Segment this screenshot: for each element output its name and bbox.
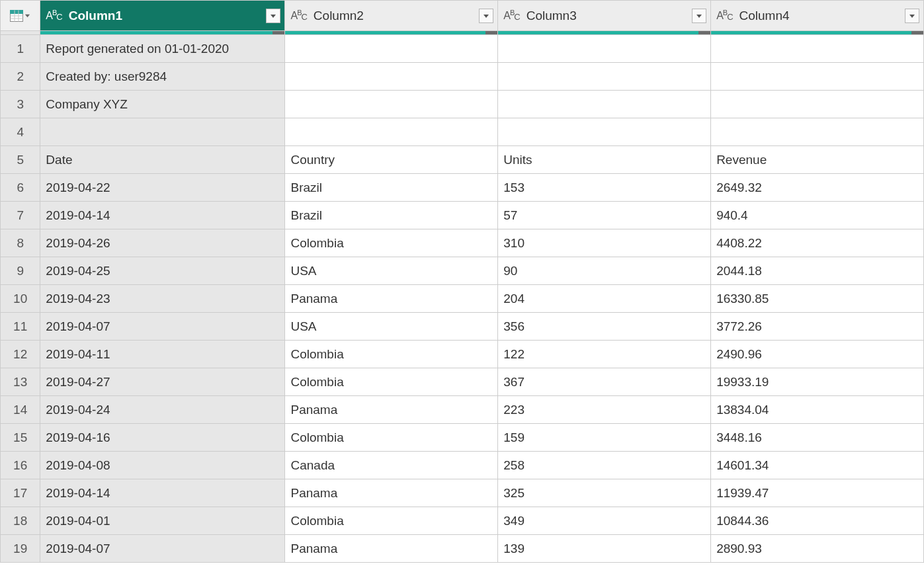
row-number[interactable]: 5 (1, 146, 40, 174)
table-row[interactable]: 122019-04-11Colombia1222490.96 (1, 341, 924, 368)
table-row[interactable]: 152019-04-16Colombia1593448.16 (1, 424, 924, 452)
table-row[interactable]: 192019-04-07Panama1392890.93 (1, 535, 924, 563)
table-row[interactable]: 132019-04-27Colombia36719933.19 (1, 368, 924, 396)
column-filter-button[interactable] (905, 9, 919, 23)
cell[interactable]: 223 (498, 396, 711, 424)
cell[interactable] (285, 118, 498, 146)
table-row[interactable]: 92019-04-25USA902044.18 (1, 257, 924, 285)
cell[interactable]: 3772.26 (711, 313, 924, 341)
cell[interactable]: USA (285, 257, 498, 285)
cell[interactable]: 258 (498, 452, 711, 479)
cell[interactable]: Panama (285, 285, 498, 313)
cell[interactable]: 2019-04-22 (40, 174, 285, 202)
cell[interactable]: Canada (285, 452, 498, 479)
row-number[interactable]: 11 (1, 313, 40, 341)
table-row[interactable]: 82019-04-26Colombia3104408.22 (1, 229, 924, 257)
cell[interactable]: 204 (498, 285, 711, 313)
cell[interactable]: 90 (498, 257, 711, 285)
cell[interactable] (498, 91, 711, 118)
cell[interactable]: 2649.32 (711, 174, 924, 202)
row-number[interactable]: 4 (1, 118, 40, 146)
row-number[interactable]: 15 (1, 424, 40, 452)
cell[interactable]: Colombia (285, 368, 498, 396)
cell[interactable]: Panama (285, 535, 498, 563)
row-number[interactable]: 7 (1, 202, 40, 229)
column-header-2[interactable]: ABC Column2 (285, 1, 498, 31)
cell[interactable]: 2019-04-14 (40, 202, 285, 229)
cell[interactable]: 325 (498, 479, 711, 507)
cell[interactable] (285, 63, 498, 91)
cell[interactable]: 2019-04-01 (40, 507, 285, 535)
table-row[interactable]: 72019-04-14Brazil57940.4 (1, 202, 924, 229)
cell[interactable]: 2490.96 (711, 341, 924, 368)
cell[interactable] (711, 35, 924, 63)
cell[interactable]: 367 (498, 368, 711, 396)
cell[interactable] (40, 118, 285, 146)
row-number[interactable]: 10 (1, 285, 40, 313)
row-number[interactable]: 9 (1, 257, 40, 285)
cell[interactable]: 19933.19 (711, 368, 924, 396)
table-row[interactable]: 62019-04-22Brazil1532649.32 (1, 174, 924, 202)
table-row[interactable]: 1Report generated on 01-01-2020 (1, 35, 924, 63)
cell[interactable]: 2019-04-24 (40, 396, 285, 424)
row-number[interactable]: 16 (1, 452, 40, 479)
cell[interactable]: 310 (498, 229, 711, 257)
row-number[interactable]: 13 (1, 368, 40, 396)
table-row[interactable]: 162019-04-08Canada25814601.34 (1, 452, 924, 479)
column-header-1[interactable]: ABC Column1 (40, 1, 285, 31)
table-row[interactable]: 102019-04-23Panama20416330.85 (1, 285, 924, 313)
cell[interactable]: Country (285, 146, 498, 174)
cell[interactable]: 153 (498, 174, 711, 202)
row-number[interactable]: 1 (1, 35, 40, 63)
cell[interactable] (498, 63, 711, 91)
cell[interactable]: Colombia (285, 341, 498, 368)
cell[interactable]: 14601.34 (711, 452, 924, 479)
cell[interactable] (711, 118, 924, 146)
cell[interactable] (711, 63, 924, 91)
cell[interactable]: 2019-04-07 (40, 313, 285, 341)
cell[interactable]: Brazil (285, 202, 498, 229)
cell[interactable]: 16330.85 (711, 285, 924, 313)
table-row[interactable]: 182019-04-01Colombia34910844.36 (1, 507, 924, 535)
cell[interactable]: 2019-04-11 (40, 341, 285, 368)
cell[interactable]: USA (285, 313, 498, 341)
cell[interactable] (711, 91, 924, 118)
table-row[interactable]: 172019-04-14Panama32511939.47 (1, 479, 924, 507)
row-number[interactable]: 12 (1, 341, 40, 368)
row-number[interactable]: 2 (1, 63, 40, 91)
cell[interactable]: Panama (285, 396, 498, 424)
cell[interactable]: Units (498, 146, 711, 174)
cell[interactable]: 2019-04-25 (40, 257, 285, 285)
cell[interactable]: 2019-04-26 (40, 229, 285, 257)
cell[interactable]: 10844.36 (711, 507, 924, 535)
cell[interactable]: Brazil (285, 174, 498, 202)
cell[interactable]: Colombia (285, 229, 498, 257)
cell[interactable]: 4408.22 (711, 229, 924, 257)
row-number[interactable]: 8 (1, 229, 40, 257)
row-number[interactable]: 19 (1, 535, 40, 563)
cell[interactable] (285, 91, 498, 118)
cell[interactable]: 2019-04-16 (40, 424, 285, 452)
cell[interactable]: 139 (498, 535, 711, 563)
cell[interactable]: Panama (285, 479, 498, 507)
cell[interactable]: 2019-04-23 (40, 285, 285, 313)
cell[interactable]: 13834.04 (711, 396, 924, 424)
cell[interactable]: 3448.16 (711, 424, 924, 452)
cell[interactable]: Date (40, 146, 285, 174)
table-row[interactable]: 112019-04-07USA3563772.26 (1, 313, 924, 341)
cell[interactable]: 57 (498, 202, 711, 229)
cell[interactable]: 2019-04-08 (40, 452, 285, 479)
row-number[interactable]: 6 (1, 174, 40, 202)
column-filter-button[interactable] (266, 9, 280, 23)
column-header-3[interactable]: ABC Column3 (498, 1, 711, 31)
cell[interactable]: 159 (498, 424, 711, 452)
cell[interactable]: Revenue (711, 146, 924, 174)
cell[interactable]: Colombia (285, 507, 498, 535)
cell[interactable]: 940.4 (711, 202, 924, 229)
cell[interactable]: 349 (498, 507, 711, 535)
column-header-4[interactable]: ABC Column4 (711, 1, 924, 31)
cell[interactable] (498, 35, 711, 63)
cell[interactable]: Company XYZ (40, 91, 285, 118)
row-number[interactable]: 18 (1, 507, 40, 535)
cell[interactable]: Colombia (285, 424, 498, 452)
